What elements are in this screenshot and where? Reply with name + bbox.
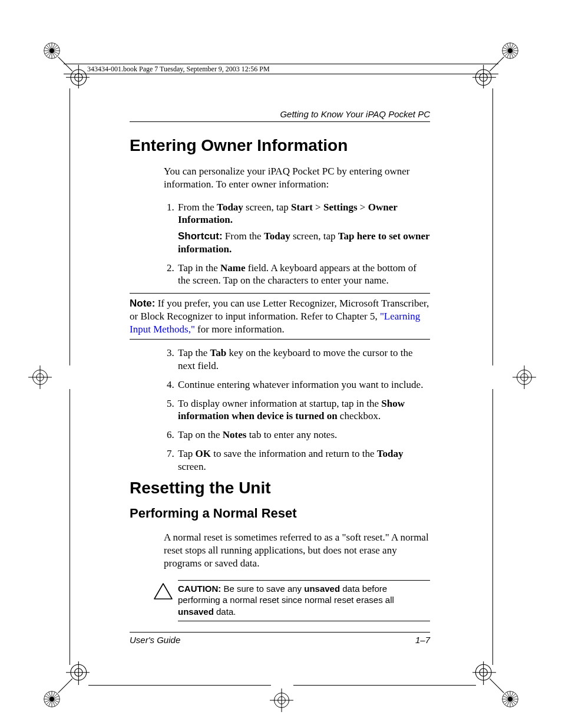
page-footer: User's Guide 1–7 — [130, 632, 430, 645]
intro-paragraph: You can personalize your iPAQ Pocket PC … — [164, 165, 430, 191]
steps-list-continued: Tap the Tab key on the keyboard to move … — [164, 347, 430, 473]
list-item: Tap in the Name field. A keyboard appear… — [177, 262, 430, 288]
heading-performing-normal-reset: Performing a Normal Reset — [130, 506, 430, 521]
footer-rule — [130, 632, 430, 633]
caution-box: CAUTION: Be sure to save any unsaved dat… — [153, 580, 430, 622]
heading-entering-owner-information: Entering Owner Information — [130, 136, 430, 155]
footer-left: User's Guide — [130, 635, 180, 645]
alignment-line — [492, 389, 493, 665]
caution-icon — [153, 582, 173, 600]
header-rule — [130, 121, 430, 122]
alignment-line — [88, 685, 271, 686]
svg-marker-19 — [154, 584, 172, 599]
cropmark-icon — [28, 365, 52, 389]
page-body: Getting to Know Your iPAQ Pocket PC Ente… — [130, 109, 430, 626]
footer-page-number: 1–7 — [415, 635, 430, 645]
file-stamp-text: 343434-001.book Page 7 Tuesday, Septembe… — [87, 65, 270, 74]
alignment-line — [492, 88, 493, 365]
running-header: Getting to Know Your iPAQ Pocket PC — [130, 109, 430, 119]
alignment-line — [70, 88, 70, 365]
file-stamp: 343434-001.book Page 7 Tuesday, Septembe… — [64, 64, 498, 74]
cropmark-icon — [42, 661, 90, 709]
note-box: Note: If you prefer, you can use Letter … — [130, 293, 430, 340]
list-item: To display owner information at startup,… — [177, 397, 430, 423]
cropmark-icon — [270, 689, 293, 712]
list-item: Continue entering whatever information y… — [177, 378, 430, 391]
cropmark-icon — [472, 661, 520, 709]
list-item: Tap the Tab key on the keyboard to move … — [177, 347, 430, 373]
list-item: From the Today screen, tap Start > Setti… — [177, 201, 430, 256]
alignment-line — [70, 389, 70, 665]
note-label: Note: — [130, 298, 155, 309]
steps-list-first: From the Today screen, tap Start > Setti… — [164, 201, 430, 288]
list-item: Tap OK to save the information and retur… — [177, 447, 430, 473]
heading-resetting-the-unit: Resetting the Unit — [130, 479, 430, 498]
alignment-line — [293, 685, 476, 686]
caution-text: CAUTION: Be sure to save any unsaved dat… — [178, 580, 430, 622]
shortcut-line: Shortcut: From the Today screen, tap Tap… — [178, 230, 430, 256]
reset-paragraph: A normal reset is sometimes referred to … — [164, 531, 430, 569]
cropmark-icon — [513, 365, 536, 389]
list-item: Tap on the Notes tab to enter any notes. — [177, 429, 430, 442]
